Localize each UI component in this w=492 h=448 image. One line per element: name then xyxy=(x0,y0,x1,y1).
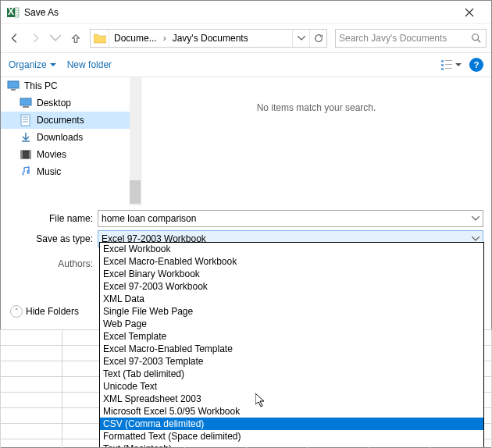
folder-tree: This PC Desktop Documents Downloads Movi… xyxy=(1,77,141,205)
tree-item-music[interactable]: Music xyxy=(1,163,141,180)
chevron-down-icon xyxy=(50,63,56,67)
svg-rect-16 xyxy=(20,98,31,105)
scrollbar-thumb[interactable] xyxy=(130,180,141,204)
svg-rect-9 xyxy=(445,60,452,61)
save-as-type-label: Save as type: xyxy=(9,233,98,244)
new-folder-button[interactable]: New folder xyxy=(67,59,112,70)
search-box[interactable] xyxy=(335,29,487,48)
tree-item-downloads[interactable]: Downloads xyxy=(1,129,141,146)
search-input[interactable] xyxy=(339,33,470,44)
svg-rect-10 xyxy=(441,64,444,66)
hide-folders-label: Hide Folders xyxy=(26,306,79,317)
dropdown-item[interactable]: Microsoft Excel 5.0/95 Workbook xyxy=(100,405,483,418)
folder-icon xyxy=(91,30,109,47)
svg-rect-15 xyxy=(11,89,16,91)
organize-menu[interactable]: Organize xyxy=(9,59,56,70)
refresh-button[interactable] xyxy=(309,30,326,47)
dropdown-item[interactable]: XML Spreadsheet 2003 xyxy=(100,393,483,405)
up-button[interactable] xyxy=(66,29,85,48)
tree-item-label: Downloads xyxy=(37,132,83,143)
hide-folders-button[interactable]: ˄ Hide Folders xyxy=(10,305,79,318)
filename-input[interactable] xyxy=(98,213,469,224)
dropdown-item[interactable]: Web Page xyxy=(100,318,483,330)
tree-item-this-pc[interactable]: This PC xyxy=(1,77,141,94)
tree-item-label: This PC xyxy=(24,80,58,91)
desktop-icon xyxy=(20,97,32,109)
pc-icon xyxy=(7,80,20,92)
help-button[interactable]: ? xyxy=(469,58,483,72)
svg-rect-14 xyxy=(8,81,19,88)
window-title: Save As xyxy=(24,7,454,18)
save-as-type-dropdown[interactable]: Excel WorkbookExcel Macro-Enabled Workbo… xyxy=(99,242,484,448)
view-options-button[interactable] xyxy=(441,59,462,70)
svg-rect-17 xyxy=(23,106,29,108)
tree-item-label: Desktop xyxy=(37,98,71,108)
dropdown-item[interactable]: Excel Macro-Enabled Template xyxy=(100,343,483,355)
svg-rect-12 xyxy=(441,68,444,70)
svg-rect-24 xyxy=(29,151,30,158)
svg-text:X: X xyxy=(8,6,14,17)
dropdown-item[interactable]: XML Data xyxy=(100,293,483,305)
chevron-down-icon xyxy=(455,63,462,67)
documents-icon xyxy=(20,114,32,126)
dropdown-item[interactable]: Unicode Text xyxy=(100,380,483,393)
tree-item-desktop[interactable]: Desktop xyxy=(1,94,141,112)
breadcrumb-seg-1[interactable]: Docume... xyxy=(109,30,162,47)
dropdown-item[interactable]: Excel Binary Workbook xyxy=(100,268,483,280)
toolbar: Organize New folder ? xyxy=(1,52,491,77)
svg-point-6 xyxy=(472,34,479,41)
back-button[interactable] xyxy=(5,29,24,48)
filename-label: File name: xyxy=(9,213,98,224)
navbar: Docume... › Javy's Documents xyxy=(1,24,491,52)
svg-line-7 xyxy=(478,40,481,43)
titlebar: X Save As xyxy=(1,1,491,24)
tree-item-movies[interactable]: Movies xyxy=(1,146,141,163)
dropdown-item[interactable]: Formatted Text (Space delimited) xyxy=(100,430,483,443)
breadcrumb-seg-2[interactable]: Javy's Documents xyxy=(168,30,253,47)
svg-rect-23 xyxy=(21,151,23,158)
dropdown-item[interactable]: CSV (Comma delimited) xyxy=(100,418,483,430)
chevron-down-icon[interactable] xyxy=(469,211,483,226)
close-button[interactable] xyxy=(454,1,485,24)
dropdown-item[interactable]: Excel Macro-Enabled Workbook xyxy=(100,255,483,268)
search-icon[interactable] xyxy=(470,32,483,44)
filename-combobox[interactable] xyxy=(98,210,483,227)
empty-message: No items match your search. xyxy=(141,102,491,113)
view-icon xyxy=(441,59,454,70)
organize-label: Organize xyxy=(9,59,47,70)
dropdown-item[interactable]: Excel 97-2003 Workbook xyxy=(100,280,483,293)
body-split: This PC Desktop Documents Downloads Movi… xyxy=(1,77,491,205)
dropdown-item[interactable]: Excel Workbook xyxy=(100,243,483,255)
dropdown-item[interactable]: Text (Macintosh) xyxy=(100,443,483,448)
dropdown-item[interactable]: Excel 97-2003 Template xyxy=(100,355,483,368)
tree-item-label: Music xyxy=(37,166,61,177)
dropdown-item[interactable]: Excel Template xyxy=(100,330,483,343)
downloads-icon xyxy=(20,131,32,144)
excel-icon: X xyxy=(7,6,20,19)
breadcrumb-history-dropdown[interactable] xyxy=(292,30,309,47)
movies-icon xyxy=(20,148,32,161)
chevron-right-icon: › xyxy=(162,33,168,44)
recent-dropdown[interactable] xyxy=(46,29,65,48)
dropdown-item[interactable]: Text (Tab delimited) xyxy=(100,368,483,380)
tree-item-label: Movies xyxy=(37,149,66,160)
chevron-up-icon: ˄ xyxy=(10,305,23,318)
music-icon xyxy=(20,165,32,178)
svg-rect-8 xyxy=(441,60,444,62)
content-pane: No items match your search. xyxy=(141,77,491,205)
svg-rect-18 xyxy=(21,115,30,126)
new-folder-label: New folder xyxy=(67,59,112,70)
dropdown-item[interactable]: Single File Web Page xyxy=(100,305,483,318)
svg-rect-11 xyxy=(445,64,452,65)
breadcrumb[interactable]: Docume... › Javy's Documents xyxy=(90,29,327,48)
authors-label: Authors: xyxy=(9,251,98,269)
tree-item-documents[interactable]: Documents xyxy=(1,112,141,129)
tree-item-label: Documents xyxy=(37,115,84,126)
forward-button[interactable] xyxy=(26,29,45,48)
svg-rect-13 xyxy=(445,68,452,69)
